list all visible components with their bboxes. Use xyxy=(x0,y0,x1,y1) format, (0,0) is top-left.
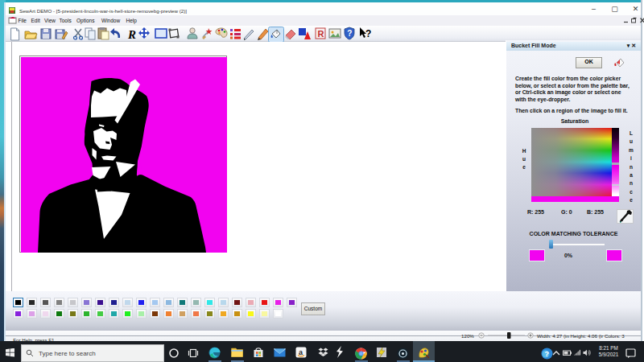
svg-text:?: ? xyxy=(545,350,550,358)
svg-text:?: ? xyxy=(347,29,352,38)
svg-text:R: R xyxy=(318,29,324,39)
svg-text:R: R xyxy=(127,28,136,41)
svg-text:?: ? xyxy=(365,28,371,39)
